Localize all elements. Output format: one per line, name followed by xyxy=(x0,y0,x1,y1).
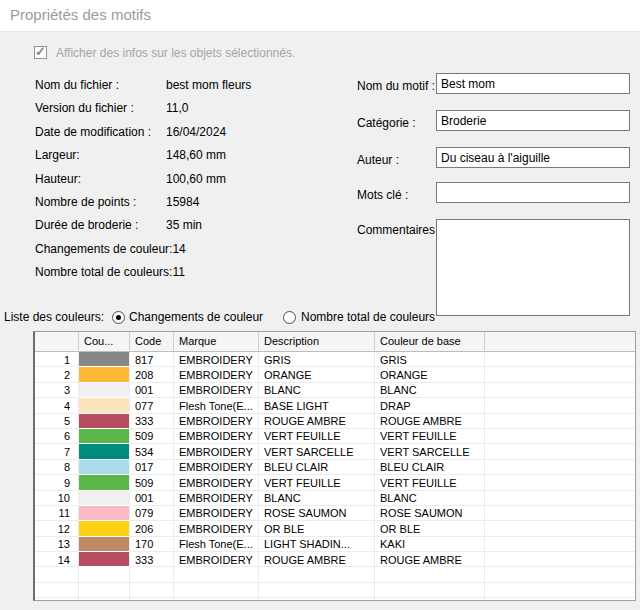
category-input[interactable] xyxy=(436,110,630,131)
color-row-12[interactable]: 12206EMBROIDERYOR BLEOR BLE xyxy=(35,521,635,536)
color-description: LIGHT SHADIN... xyxy=(259,537,375,552)
info-label: Largeur: xyxy=(35,144,166,167)
color-row-1[interactable]: 1817EMBROIDERYGRISGRIS xyxy=(35,352,635,367)
info-row: Durée de broderie :35 min xyxy=(35,214,251,237)
empty-cell xyxy=(174,567,259,582)
color-brand: EMBROIDERY xyxy=(174,475,259,490)
empty-row xyxy=(35,583,635,598)
author-label: Auteur : xyxy=(357,153,399,167)
keywords-input[interactable] xyxy=(436,182,630,203)
column-header-description[interactable]: Description xyxy=(259,332,375,352)
info-label: Nom du fichier : xyxy=(35,74,166,97)
color-swatch xyxy=(79,429,130,444)
color-swatch xyxy=(79,460,130,475)
color-list-label: Liste des couleurs: xyxy=(4,310,104,324)
info-row: Nombre de points :15984 xyxy=(35,191,251,214)
color-row-4[interactable]: 4077Flesh Tone(E...BASE LIGHTDRAP xyxy=(35,398,635,413)
row-number: 6 xyxy=(35,429,79,444)
color-description: BASE LIGHT xyxy=(259,398,375,413)
empty-cell xyxy=(485,398,636,413)
empty-cell xyxy=(485,491,636,506)
info-value: 14 xyxy=(172,242,185,256)
info-label: Changements de couleur: xyxy=(35,238,172,261)
radio-color-changes[interactable] xyxy=(112,311,125,324)
color-row-6[interactable]: 6509EMBROIDERYVERT FEUILLEVERT FEUILLE xyxy=(35,429,635,444)
info-row: Nom du fichier :best mom fleurs xyxy=(35,74,251,97)
empty-cell xyxy=(174,598,259,601)
color-description: GRIS xyxy=(259,352,375,367)
base-color: ROSE SAUMON xyxy=(375,506,485,521)
color-code: 206 xyxy=(130,521,174,536)
color-row-14[interactable]: 14333EMBROIDERYROUGE AMBREROUGE AMBRE xyxy=(35,552,635,567)
empty-cell xyxy=(485,414,636,429)
column-header-code[interactable]: Code xyxy=(130,332,174,352)
base-color: ROUGE AMBRE xyxy=(375,552,485,567)
empty-cell xyxy=(79,598,130,601)
empty-cell xyxy=(485,537,636,552)
color-swatch xyxy=(79,521,130,536)
color-table-header: Cou...CodeMarqueDescriptionCouleur de ba… xyxy=(35,332,635,352)
color-code: 001 xyxy=(130,491,174,506)
show-info-label: Afficher des infos sur les objets sélect… xyxy=(56,46,295,60)
column-header-marque[interactable]: Marque xyxy=(174,332,259,352)
radio-color-changes-label: Changements de couleur xyxy=(129,310,263,324)
info-label: Date de modification : xyxy=(35,121,166,144)
radio-total-colors[interactable] xyxy=(283,311,296,324)
base-color: GRIS xyxy=(375,352,485,367)
base-color: ROUGE AMBRE xyxy=(375,414,485,429)
base-color: KAKI xyxy=(375,537,485,552)
color-row-8[interactable]: 8017EMBROIDERYBLEU CLAIRBLEU CLAIR xyxy=(35,460,635,475)
color-swatch xyxy=(79,552,130,567)
color-row-5[interactable]: 5333EMBROIDERYROUGE AMBREROUGE AMBRE xyxy=(35,414,635,429)
comments-textarea[interactable] xyxy=(436,219,630,316)
column-header[interactable] xyxy=(35,332,79,352)
pattern-name-input[interactable] xyxy=(436,73,630,94)
category-label: Catégorie : xyxy=(357,116,416,130)
empty-cell xyxy=(130,567,174,582)
color-description: OR BLE xyxy=(259,521,375,536)
color-swatch xyxy=(79,537,130,552)
color-row-10[interactable]: 10001EMBROIDERYBLANCBLANC xyxy=(35,491,635,506)
info-label: Durée de broderie : xyxy=(35,214,166,237)
empty-row xyxy=(35,567,635,582)
empty-cell xyxy=(485,583,636,598)
show-info-checkbox[interactable]: ✓ xyxy=(34,46,47,59)
color-row-13[interactable]: 13170Flesh Tone(E...LIGHT SHADIN...KAKI xyxy=(35,537,635,552)
radio-total-colors-label: Nombre total de couleurs xyxy=(301,310,435,324)
color-description: BLANC xyxy=(259,383,375,398)
color-swatch xyxy=(79,491,130,506)
info-value: 100,60 mm xyxy=(166,172,226,186)
row-number: 4 xyxy=(35,398,79,413)
color-row-7[interactable]: 7534EMBROIDERYVERT SARCELLEVERT SARCELLE xyxy=(35,444,635,459)
empty-cell xyxy=(130,598,174,601)
column-header-couleur-de-base[interactable]: Couleur de base xyxy=(375,332,485,352)
color-description: BLEU CLAIR xyxy=(259,460,375,475)
column-header-cou[interactable]: Cou... xyxy=(79,332,130,352)
empty-cell xyxy=(485,460,636,475)
color-swatch xyxy=(79,444,130,459)
color-brand: EMBROIDERY xyxy=(174,429,259,444)
keywords-label: Mots clé : xyxy=(357,188,408,202)
row-number: 5 xyxy=(35,414,79,429)
base-color: BLANC xyxy=(375,383,485,398)
column-header[interactable] xyxy=(485,332,636,352)
color-row-9[interactable]: 9509EMBROIDERYVERT FEUILLEVERT FEUILLE xyxy=(35,475,635,490)
check-icon: ✓ xyxy=(35,44,46,59)
info-label: Version du fichier : xyxy=(35,97,166,120)
empty-cell xyxy=(485,429,636,444)
empty-cell xyxy=(485,444,636,459)
color-brand: EMBROIDERY xyxy=(174,506,259,521)
color-swatch xyxy=(79,414,130,429)
color-row-2[interactable]: 2208EMBROIDERYORANGEORANGE xyxy=(35,367,635,382)
color-row-11[interactable]: 11079EMBROIDERYROSE SAUMONROSE SAUMON xyxy=(35,506,635,521)
empty-cell xyxy=(35,598,79,601)
color-swatch xyxy=(79,383,130,398)
color-code: 001 xyxy=(130,383,174,398)
info-row: Changements de couleur:14 xyxy=(35,238,251,261)
color-brand: EMBROIDERY xyxy=(174,383,259,398)
base-color: VERT FEUILLE xyxy=(375,475,485,490)
author-input[interactable] xyxy=(436,147,630,168)
color-row-3[interactable]: 3001EMBROIDERYBLANCBLANC xyxy=(35,383,635,398)
color-description: ROUGE AMBRE xyxy=(259,552,375,567)
color-code: 077 xyxy=(130,398,174,413)
